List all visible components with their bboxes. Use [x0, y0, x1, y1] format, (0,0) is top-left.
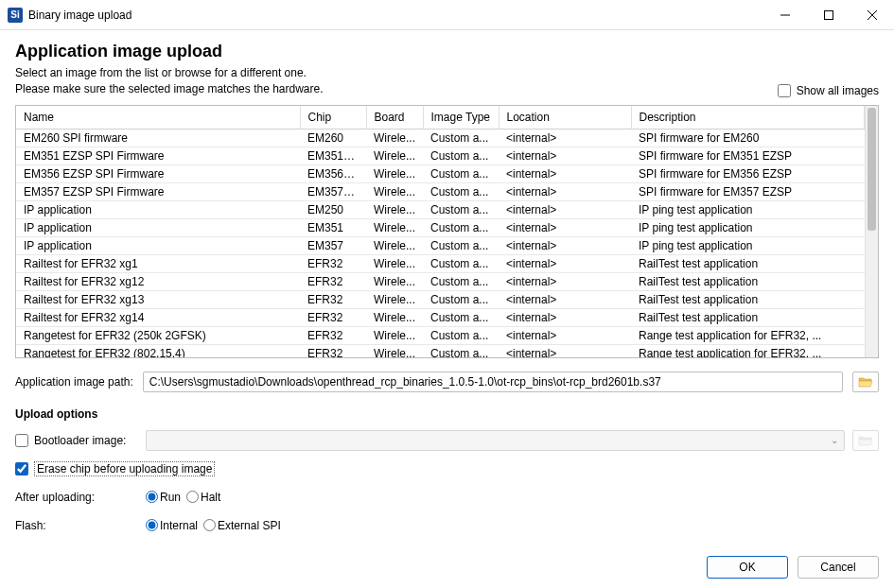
close-button[interactable] [850, 0, 894, 30]
table-row[interactable]: Rangetest for EFR32 (250k 2GFSK)EFR32Wir… [16, 326, 865, 344]
table-scrollbar-thumb[interactable] [868, 108, 876, 231]
browse-button[interactable] [852, 372, 879, 392]
run-radio-label[interactable]: Run [146, 491, 181, 504]
cell-description: IP ping test application [631, 218, 865, 236]
cell-location: <internal> [499, 129, 631, 147]
halt-radio-label[interactable]: Halt [186, 491, 220, 504]
image-table-container: Name Chip Board Image Type Location Desc… [15, 105, 879, 358]
folder-open-icon [858, 375, 873, 389]
col-name[interactable]: Name [16, 106, 300, 130]
cell-board: Wirele... [366, 254, 423, 272]
ok-button[interactable]: OK [707, 556, 788, 579]
minimize-button[interactable] [763, 0, 807, 30]
external-radio[interactable] [203, 519, 216, 531]
bootloader-browse-button [852, 430, 879, 451]
halt-radio[interactable] [186, 491, 199, 503]
table-row[interactable]: EM351 EZSP SPI FirmwareEM351-E...Wirele.… [16, 147, 865, 164]
close-icon [868, 10, 877, 20]
table-row[interactable]: IP applicationEM351Wirele...Custom a...<… [16, 218, 865, 236]
table-row[interactable]: Railtest for EFR32 xg1EFR32Wirele...Cust… [16, 254, 865, 272]
col-board[interactable]: Board [366, 106, 423, 130]
erase-checkbox[interactable] [15, 462, 28, 476]
external-text: External SPI [218, 519, 281, 532]
cell-chip: EM356-E... [300, 164, 366, 182]
minimize-icon [780, 10, 790, 20]
cell-location: <internal> [499, 200, 631, 218]
cell-image_type: Custom a... [423, 344, 499, 357]
col-chip[interactable]: Chip [300, 106, 366, 130]
page-title: Application image upload [15, 42, 879, 61]
erase-checkbox-label[interactable]: Erase chip before uploading image [15, 461, 215, 476]
internal-text: Internal [160, 519, 198, 532]
table-scrollbar[interactable] [865, 106, 878, 357]
svg-rect-1 [825, 10, 833, 19]
cell-chip: EFR32 [300, 272, 366, 290]
table-header-row: Name Chip Board Image Type Location Desc… [16, 106, 865, 130]
internal-radio[interactable] [146, 519, 158, 531]
show-all-checkbox[interactable] [778, 84, 791, 97]
application-image-path-input[interactable] [143, 372, 843, 392]
cell-description: SPI firmware for EM260 [631, 129, 865, 147]
maximize-button[interactable] [807, 0, 850, 30]
table-row[interactable]: IP applicationEM250Wirele...Custom a...<… [16, 200, 865, 218]
cell-image_type: Custom a... [423, 308, 499, 326]
titlebar: Si Binary image upload [0, 0, 894, 30]
cell-board: Wirele... [366, 147, 423, 164]
table-row[interactable]: Railtest for EFR32 xg13EFR32Wirele...Cus… [16, 290, 865, 308]
col-location[interactable]: Location [499, 106, 631, 130]
folder-open-icon [858, 434, 873, 447]
bootloader-image-select: ⌄ [146, 430, 845, 451]
cell-location: <internal> [499, 290, 631, 308]
cell-image_type: Custom a... [423, 236, 499, 254]
cell-chip: EM351-E... [300, 147, 366, 164]
table-row[interactable]: Rangetest for EFR32 (802.15.4)EFR32Wirel… [16, 344, 865, 357]
bootloader-checkbox[interactable] [15, 434, 28, 447]
cell-description: IP ping test application [631, 200, 865, 218]
cell-description: RailTest test application [631, 290, 865, 308]
bootloader-checkbox-label[interactable]: Bootloader image: [15, 434, 138, 447]
table-row[interactable]: IP applicationEM357Wirele...Custom a...<… [16, 236, 865, 254]
run-text: Run [160, 491, 181, 504]
cell-name: Railtest for EFR32 xg12 [16, 272, 300, 290]
cell-board: Wirele... [366, 344, 423, 357]
table-row[interactable]: EM260 SPI firmwareEM260Wirele...Custom a… [16, 129, 865, 147]
table-row[interactable]: EM356 EZSP SPI FirmwareEM356-E...Wirele.… [16, 164, 865, 182]
cell-location: <internal> [499, 308, 631, 326]
image-table[interactable]: Name Chip Board Image Type Location Desc… [16, 106, 865, 357]
cell-description: SPI firmware for EM351 EZSP [631, 147, 865, 164]
cell-description: Range test application for EFR32, ... [631, 344, 865, 357]
col-image-type[interactable]: Image Type [423, 106, 499, 130]
run-radio[interactable] [146, 491, 158, 503]
table-row[interactable]: Railtest for EFR32 xg12EFR32Wirele...Cus… [16, 272, 865, 290]
cell-board: Wirele... [366, 308, 423, 326]
erase-label-text: Erase chip before uploading image [34, 461, 215, 476]
show-all-checkbox-label[interactable]: Show all images [778, 84, 879, 97]
cell-location: <internal> [499, 254, 631, 272]
cell-chip: EFR32 [300, 308, 366, 326]
cell-image_type: Custom a... [423, 164, 499, 182]
cell-description: RailTest test application [631, 254, 865, 272]
cell-chip: EM250 [300, 200, 366, 218]
cell-name: Railtest for EFR32 xg1 [16, 254, 300, 272]
external-radio-label[interactable]: External SPI [203, 519, 281, 532]
cell-image_type: Custom a... [423, 272, 499, 290]
cell-name: Rangetest for EFR32 (250k 2GFSK) [16, 326, 300, 344]
cancel-button[interactable]: Cancel [798, 556, 879, 579]
cell-chip: EFR32 [300, 290, 366, 308]
show-all-text: Show all images [797, 84, 879, 97]
cell-board: Wirele... [366, 326, 423, 344]
table-row[interactable]: Railtest for EFR32 xg14EFR32Wirele...Cus… [16, 308, 865, 326]
halt-text: Halt [201, 491, 220, 504]
page-subtitle: Select an image from the list or browse … [15, 65, 324, 97]
cell-description: RailTest test application [631, 272, 865, 290]
cell-name: EM357 EZSP SPI Firmware [16, 182, 300, 200]
table-row[interactable]: EM357 EZSP SPI FirmwareEM357-E...Wirele.… [16, 182, 865, 200]
cell-image_type: Custom a... [423, 254, 499, 272]
subtitle-line2: Please make sure the selected image matc… [15, 82, 324, 95]
window-title: Binary image upload [28, 9, 131, 22]
cell-name: IP application [16, 200, 300, 218]
col-description[interactable]: Description [631, 106, 865, 130]
cell-chip: EM357 [300, 236, 366, 254]
chevron-down-icon: ⌄ [831, 435, 838, 445]
internal-radio-label[interactable]: Internal [146, 519, 198, 532]
